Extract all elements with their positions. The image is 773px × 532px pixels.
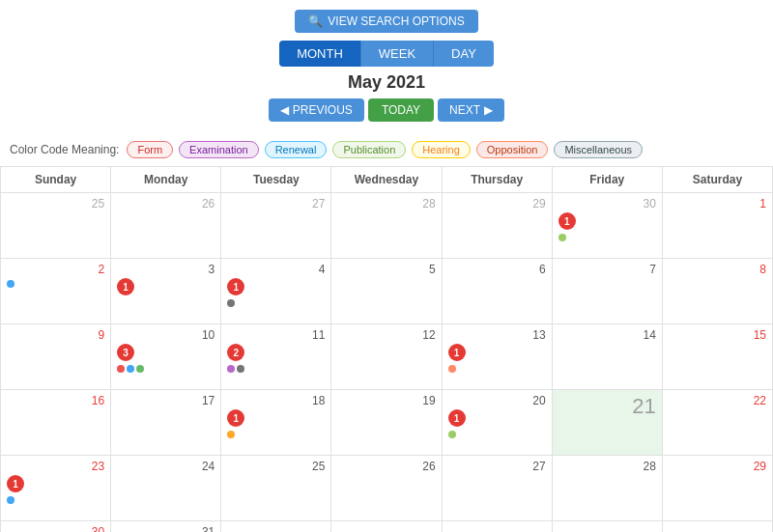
day-number: 29 bbox=[669, 460, 766, 473]
next-button[interactable]: NEXT ▶ bbox=[438, 98, 504, 122]
event-dot bbox=[227, 299, 235, 307]
tab-month[interactable]: MONTH bbox=[279, 41, 361, 67]
dots-row bbox=[558, 234, 656, 241]
calendar-cell[interactable]: 41 bbox=[221, 259, 331, 324]
search-icon: 🔍 bbox=[308, 14, 323, 28]
calendar-cell[interactable]: 31 bbox=[111, 259, 221, 324]
legend-tag-renewal: Renewal bbox=[265, 141, 328, 158]
calendar-cell[interactable]: 17 bbox=[111, 390, 221, 456]
calendar-cell[interactable]: 21 bbox=[552, 390, 662, 456]
day-number: 5 bbox=[337, 263, 435, 276]
view-tabs: MONTH WEEK DAY bbox=[279, 41, 494, 67]
calendar-cell[interactable] bbox=[662, 521, 772, 533]
calendar-cell[interactable]: 31 bbox=[111, 521, 221, 533]
event-badge[interactable]: 1 bbox=[558, 212, 576, 230]
dots-row bbox=[227, 299, 325, 307]
calendar-cell[interactable]: 2 bbox=[1, 259, 111, 324]
calendar-cell[interactable]: 29 bbox=[662, 456, 772, 521]
legend-tag-hearing: Hearing bbox=[412, 141, 471, 158]
weekday-header-wednesday: Wednesday bbox=[331, 167, 442, 193]
dots-row bbox=[448, 365, 546, 373]
legend-tag-miscellaneous: Miscellaneous bbox=[554, 141, 643, 158]
event-badge[interactable]: 1 bbox=[227, 409, 244, 427]
calendar-cell[interactable]: 231 bbox=[1, 456, 111, 521]
weekday-header-thursday: Thursday bbox=[442, 167, 552, 193]
calendar-cell[interactable]: 24 bbox=[111, 456, 221, 521]
weekday-header-friday: Friday bbox=[552, 167, 662, 193]
previous-button[interactable]: ◀ PREVIOUS bbox=[269, 98, 364, 122]
calendar-cell[interactable]: 25 bbox=[221, 456, 331, 521]
view-search-button[interactable]: 🔍 VIEW SEARCH OPTIONS bbox=[295, 10, 477, 33]
event-badge[interactable]: 1 bbox=[117, 278, 134, 295]
calendar-cell[interactable] bbox=[442, 521, 552, 533]
calendar-cell[interactable]: 14 bbox=[552, 324, 662, 390]
calendar-cell[interactable]: 12 bbox=[331, 324, 442, 390]
event-badge[interactable]: 1 bbox=[7, 475, 24, 492]
calendar-cell[interactable]: 7 bbox=[552, 259, 662, 324]
day-number: 27 bbox=[227, 197, 325, 210]
dots-row bbox=[117, 365, 215, 373]
legend-tag-examination: Examination bbox=[179, 141, 259, 158]
calendar-cell[interactable]: 27 bbox=[442, 456, 552, 521]
day-number: 1 bbox=[669, 197, 766, 210]
calendar-cell[interactable]: 131 bbox=[442, 324, 552, 390]
event-badge[interactable]: 1 bbox=[448, 409, 466, 427]
day-number: 15 bbox=[669, 328, 766, 342]
calendar-cell[interactable]: 16 bbox=[1, 390, 111, 456]
calendar-cell[interactable]: 19 bbox=[331, 390, 442, 456]
legend-heading: Color Code Meaning: bbox=[10, 143, 119, 156]
event-badge[interactable]: 3 bbox=[117, 344, 134, 361]
calendar-cell[interactable]: 28 bbox=[552, 456, 662, 521]
dots-row bbox=[227, 365, 325, 373]
calendar-cell[interactable]: 22 bbox=[662, 390, 772, 456]
calendar-cell[interactable]: 103 bbox=[111, 324, 221, 390]
calendar-cell[interactable]: 8 bbox=[662, 259, 772, 324]
day-number: 6 bbox=[448, 263, 546, 276]
calendar-cell[interactable]: 112 bbox=[221, 324, 331, 390]
previous-label: PREVIOUS bbox=[293, 103, 353, 117]
event-badge[interactable]: 2 bbox=[227, 344, 244, 361]
event-dot bbox=[7, 496, 14, 504]
calendar-cell[interactable]: 26 bbox=[331, 456, 442, 521]
day-number: 12 bbox=[337, 328, 435, 342]
tab-day[interactable]: DAY bbox=[434, 41, 494, 67]
day-number: 13 bbox=[448, 328, 546, 342]
day-number: 30 bbox=[558, 197, 656, 210]
day-number: 11 bbox=[227, 328, 325, 342]
calendar-cell[interactable]: 25 bbox=[1, 193, 111, 259]
day-number: 29 bbox=[448, 197, 546, 210]
calendar-cell[interactable]: 27 bbox=[221, 193, 331, 259]
event-dot bbox=[558, 234, 566, 241]
calendar-cell[interactable] bbox=[331, 521, 442, 533]
calendar-cell[interactable]: 6 bbox=[442, 259, 552, 324]
calendar-cell[interactable]: 301 bbox=[552, 193, 662, 259]
tab-week[interactable]: WEEK bbox=[361, 41, 434, 67]
calendar-cell[interactable] bbox=[221, 521, 331, 533]
day-number: 9 bbox=[7, 328, 104, 342]
calendar-cell[interactable]: 5 bbox=[331, 259, 442, 324]
day-number: 24 bbox=[117, 460, 215, 473]
dots-row bbox=[7, 496, 104, 504]
calendar-cell[interactable] bbox=[552, 521, 662, 533]
day-number: 17 bbox=[117, 394, 215, 407]
calendar-cell[interactable]: 28 bbox=[331, 193, 442, 259]
calendar-cell[interactable]: 29 bbox=[442, 193, 552, 259]
calendar-table: SundayMondayTuesdayWednesdayThursdayFrid… bbox=[0, 166, 773, 532]
calendar-cell[interactable]: 30 bbox=[1, 521, 111, 533]
weekday-header-sunday: Sunday bbox=[1, 167, 111, 193]
calendar-cell[interactable]: 15 bbox=[662, 324, 772, 390]
event-badge[interactable]: 1 bbox=[227, 278, 244, 295]
day-number: 10 bbox=[117, 328, 215, 342]
calendar-cell[interactable]: 181 bbox=[221, 390, 331, 456]
day-number: 16 bbox=[7, 394, 104, 407]
day-number: 4 bbox=[227, 263, 325, 276]
day-number: 21 bbox=[558, 394, 656, 419]
calendar-cell[interactable]: 201 bbox=[442, 390, 552, 456]
day-number: 28 bbox=[337, 197, 435, 210]
calendar-cell[interactable]: 26 bbox=[111, 193, 221, 259]
event-badge[interactable]: 1 bbox=[448, 344, 466, 361]
today-button[interactable]: TODAY bbox=[368, 98, 434, 122]
calendar-cell[interactable]: 9 bbox=[1, 324, 111, 390]
legend-tag-publication: Publication bbox=[332, 141, 406, 158]
calendar-cell[interactable]: 1 bbox=[662, 193, 772, 259]
